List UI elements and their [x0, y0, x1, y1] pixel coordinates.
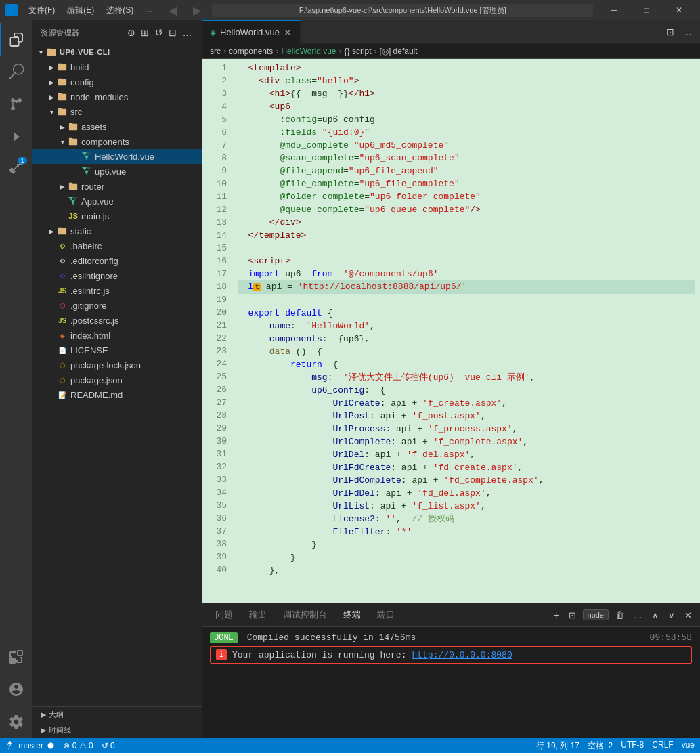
- breadcrumb-src[interactable]: src: [210, 47, 221, 56]
- terminal-minimize-button[interactable]: ∨: [665, 609, 678, 622]
- minimize-button[interactable]: ─: [598, 0, 630, 20]
- indentation-status[interactable]: 空格: 2: [588, 740, 613, 752]
- sync-status[interactable]: ↺ 0: [102, 741, 115, 750]
- terminal-node-badge[interactable]: node: [583, 609, 609, 620]
- extensions-activity-icon[interactable]: 1: [0, 153, 32, 186]
- readme-icon: 📝: [57, 389, 68, 400]
- encoding-status[interactable]: UTF-8: [621, 740, 644, 752]
- breadcrumb-components[interactable]: components: [229, 47, 273, 56]
- breadcrumb-default[interactable]: [◎] default: [380, 47, 418, 56]
- sidebar-item-static[interactable]: ▶ static: [32, 223, 202, 238]
- extensions-badge: 1: [18, 157, 27, 164]
- static-label: static: [70, 226, 91, 236]
- new-terminal-button[interactable]: +: [551, 609, 562, 622]
- tab-debug-console[interactable]: 调试控制台: [275, 606, 335, 624]
- collapse-button[interactable]: ⊟: [167, 26, 179, 39]
- explorer-activity-icon[interactable]: [0, 23, 32, 56]
- svg-marker-1: [87, 152, 91, 156]
- sidebar-item-eslintrc[interactable]: ▶ JS .eslintrc.js: [32, 283, 202, 298]
- menu-more[interactable]: ...: [140, 3, 158, 18]
- menu-file[interactable]: 文件(F): [23, 3, 60, 18]
- language-mode-status[interactable]: vue: [682, 740, 695, 752]
- outline-section[interactable]: ▶ 大纲: [32, 707, 202, 723]
- source-control-activity-icon[interactable]: [0, 88, 32, 121]
- address-bar[interactable]: F:\asp.net\up6-vue-cli\src\components\He…: [212, 4, 593, 17]
- sidebar-item-build[interactable]: ▶ build: [32, 60, 202, 74]
- sidebar-item-gitignore[interactable]: ▶ ⬡ .gitignore: [32, 298, 202, 313]
- window-controls: ─ □ ✕: [598, 0, 695, 20]
- terminal-kill-button[interactable]: 🗑: [613, 609, 627, 622]
- terminal-more-button[interactable]: …: [631, 609, 645, 622]
- terminal-close-button[interactable]: ✕: [682, 609, 695, 622]
- tab-close-button[interactable]: ✕: [284, 27, 292, 38]
- new-file-button[interactable]: ⊕: [126, 26, 137, 39]
- restore-button[interactable]: □: [631, 0, 662, 20]
- terminal-split-button[interactable]: ⊡: [566, 609, 579, 622]
- sidebar-item-eslintignore[interactable]: ▶ ⚙ .eslintignore: [32, 268, 202, 283]
- more-actions-button[interactable]: …: [680, 25, 695, 39]
- search-activity-icon[interactable]: [0, 56, 32, 88]
- terminal-maximize-button[interactable]: ∧: [649, 609, 661, 622]
- sidebar-item-components[interactable]: ▾ components: [32, 134, 202, 149]
- svg-marker-4: [87, 167, 91, 171]
- timeline-section[interactable]: ▶ 时间线: [32, 723, 202, 738]
- sidebar-item-babelrc[interactable]: ▶ ⚙ .babelrc: [32, 238, 202, 253]
- sidebar-item-config[interactable]: ▶ config: [32, 74, 202, 89]
- title-bar: 文件(F) 编辑(E) 选择(S) ... ◀ ▶ F:\asp.net\up6…: [0, 0, 700, 20]
- tab-output[interactable]: 输出: [241, 606, 275, 624]
- sidebar-item-license[interactable]: ▶ 📄 LICENSE: [32, 343, 202, 358]
- breadcrumb-helloworld[interactable]: HelloWorld.vue: [281, 47, 336, 56]
- activity-bar: 1: [0, 20, 32, 738]
- terminal-app-icon: i: [216, 649, 227, 660]
- code-editor[interactable]: <template> <div class="hello"> <h1>{{ ms…: [232, 59, 700, 603]
- sidebar-item-main-js[interactable]: ▶ JS main.js: [32, 209, 202, 223]
- run-activity-icon[interactable]: [0, 121, 32, 153]
- index-html-label: index.html: [70, 330, 110, 341]
- sidebar-item-package-json[interactable]: ▶ ⬡ package.json: [32, 372, 202, 387]
- sidebar-item-helloworld[interactable]: ▶ HelloWorld.vue: [32, 149, 202, 164]
- git-branch-status[interactable]: master: [5, 741, 55, 751]
- remote-activity-icon[interactable]: [0, 641, 32, 673]
- sidebar-item-package-lock[interactable]: ▶ ⬡ package-lock.json: [32, 358, 202, 372]
- sidebar-item-postcssrc[interactable]: ▶ JS .postcssrc.js: [32, 313, 202, 328]
- sidebar-item-editorconfig[interactable]: ▶ ⚙ .editorconfig: [32, 253, 202, 268]
- tab-ports[interactable]: 端口: [369, 606, 403, 624]
- router-label: router: [81, 181, 104, 192]
- editor-content[interactable]: 12345 678910 1112131415 1617181920 21222…: [202, 59, 700, 603]
- tree-root[interactable]: ▾ UP6-VUE-CLI: [32, 45, 202, 60]
- nav-forward-button[interactable]: ▶: [188, 1, 206, 20]
- breadcrumb-script[interactable]: {} script: [345, 47, 372, 56]
- gitignore-label: .gitignore: [70, 301, 106, 311]
- sidebar-item-node-modules[interactable]: ▶ node_modules: [32, 89, 202, 104]
- errors-status[interactable]: ⊗ 0 ⚠ 0: [63, 741, 93, 750]
- node-modules-folder-icon: [57, 91, 68, 102]
- sidebar-item-up6[interactable]: ▶ up6.vue: [32, 164, 202, 179]
- eslintrc-label: .eslintrc.js: [70, 286, 110, 296]
- sidebar-item-router[interactable]: ▶ router: [32, 179, 202, 194]
- sidebar-item-src[interactable]: ▾ src: [32, 104, 202, 119]
- tab-vue-icon: ◈: [210, 28, 216, 37]
- split-editor-button[interactable]: ⊡: [663, 25, 677, 39]
- tab-terminal[interactable]: 终端: [335, 606, 369, 624]
- menu-select[interactable]: 选择(S): [101, 3, 139, 18]
- cursor-position-status[interactable]: 行 19, 列 17: [536, 740, 579, 752]
- menu-edit[interactable]: 编辑(E): [62, 3, 100, 18]
- settings-activity-icon[interactable]: [0, 706, 32, 738]
- refresh-button[interactable]: ↺: [154, 26, 165, 39]
- nav-back-button[interactable]: ◀: [163, 1, 182, 20]
- readme-label: README.md: [70, 390, 123, 400]
- sidebar-item-assets[interactable]: ▶ assets: [32, 119, 202, 134]
- account-activity-icon[interactable]: [0, 673, 32, 706]
- sidebar-more-button[interactable]: …: [181, 26, 194, 39]
- terminal-app-url[interactable]: http://0.0.0.0:8080: [412, 650, 512, 660]
- new-folder-button[interactable]: ⊞: [139, 26, 151, 39]
- sidebar-item-index-html[interactable]: ▶ ◈ index.html: [32, 328, 202, 343]
- sidebar-item-readme[interactable]: ▶ 📝 README.md: [32, 387, 202, 402]
- sidebar-item-app-vue[interactable]: ▶ App.vue: [32, 194, 202, 209]
- outline-label: 大纲: [49, 710, 64, 720]
- line-ending-status[interactable]: CRLF: [652, 740, 673, 752]
- babelrc-label: .babelrc: [70, 241, 102, 251]
- tab-helloworld[interactable]: ◈ HelloWorld.vue ✕: [202, 20, 301, 44]
- close-button[interactable]: ✕: [663, 0, 695, 20]
- tab-problems[interactable]: 问题: [207, 606, 241, 624]
